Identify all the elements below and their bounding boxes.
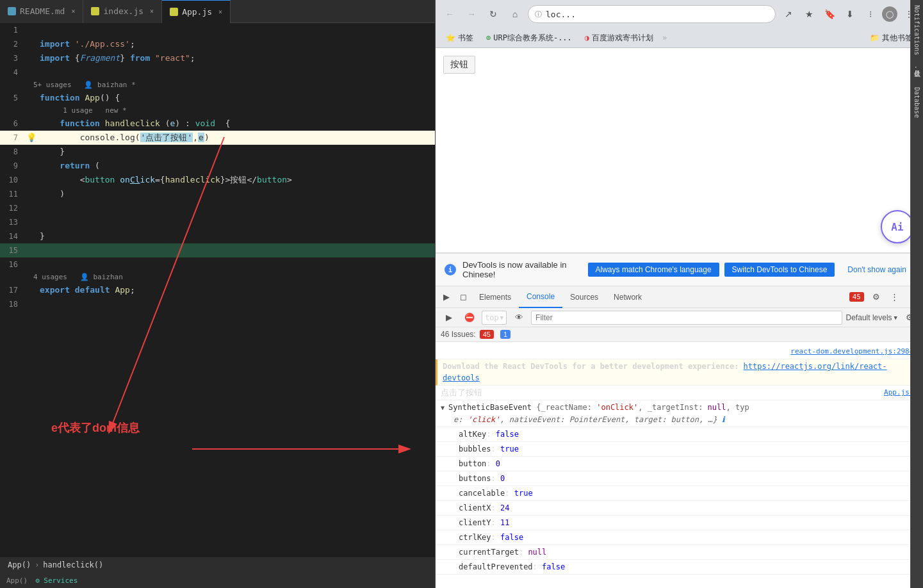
urp-icon: ⊙	[486, 33, 491, 42]
switch-chinese-button[interactable]: Switch DevTools to Chinese	[724, 263, 835, 277]
prop-clientX: clientX: 24	[436, 501, 923, 516]
code-line-13: 13	[0, 215, 435, 229]
readme-icon	[8, 7, 16, 15]
prop-ctrlKey: ctrlKey: false	[436, 530, 923, 545]
code-line-1: 1	[0, 23, 435, 37]
prop-button: button: 0	[436, 457, 923, 471]
tab-sources[interactable]: Sources	[562, 286, 606, 308]
console-entry-warn: Download the React DevTools for a better…	[436, 359, 923, 386]
code-line-16: 16	[0, 257, 435, 272]
issues-bar: 46 Issues: 45 1	[436, 327, 923, 342]
profile-button[interactable]: ◯	[882, 6, 897, 22]
bookmark-item-star[interactable]: ⭐ 书签	[441, 31, 478, 45]
download-button[interactable]: ⬇	[841, 5, 859, 23]
bookmark-item-baidu[interactable]: ◑ 百度游戏寄书计划	[580, 31, 658, 45]
status-app: App()	[8, 560, 31, 569]
grid-button[interactable]: ⁝	[862, 5, 879, 23]
code-line-15: 15	[0, 243, 435, 257]
bookmark-tab-button[interactable]: 🔖	[821, 5, 838, 23]
error-count-badge: 45	[849, 292, 864, 302]
notification-info-icon: i	[445, 264, 456, 275]
tab-indexjs-close[interactable]: ×	[150, 8, 154, 15]
devtools-more-btn[interactable]: ⋮	[886, 289, 903, 306]
browser-nav-bar: ← → ↻ ⌂ ⓘ loc... ↗ ★ 🔖 ⬇ ⁝ ◯ ⋮	[436, 0, 923, 28]
tab-indexjs[interactable]: index.js ×	[83, 0, 162, 23]
services-label[interactable]: ⚙ Services	[35, 576, 78, 585]
address-bar[interactable]: ⓘ loc...	[528, 5, 776, 23]
prop-buttons: buttons: 0	[436, 471, 923, 486]
tab-elements[interactable]: Elements	[471, 286, 519, 308]
issues-error-badge: 45	[480, 330, 494, 339]
react-dom-source-link[interactable]: react-dom.development.js:29840	[790, 347, 918, 355]
tab-appjs[interactable]: App.js ×	[162, 0, 231, 23]
bookmark-label-baidu: 百度游戏寄书计划	[592, 33, 653, 44]
console-clear-btn[interactable]: ▶	[441, 309, 457, 326]
devtools-device-btn[interactable]: ◻	[455, 289, 471, 306]
status-separator: ›	[35, 560, 39, 569]
top-selector[interactable]: top ▼	[482, 311, 507, 325]
ai-assistant-icon[interactable]: Ai	[881, 210, 914, 243]
match-language-button[interactable]: Always match Chrome's language	[588, 263, 719, 277]
database-label[interactable]: Database	[913, 77, 920, 118]
console-eye-btn[interactable]: 👁	[511, 309, 527, 326]
browser-actions: ↗ ★ 🔖 ⬇ ⁝ ◯ ⋮	[780, 5, 918, 23]
meta-info-handleclick: 1 usage new *	[0, 105, 435, 117]
tab-appjs-close[interactable]: ×	[218, 8, 222, 15]
tab-network[interactable]: Network	[606, 286, 649, 308]
bookmark-star-button[interactable]: ★	[800, 5, 818, 23]
page-button[interactable]: 按钮	[443, 56, 475, 74]
address-text: loc...	[546, 10, 576, 19]
home-button[interactable]: ⌂	[506, 5, 524, 23]
editor-tabs: README.md × index.js × App.js ×	[0, 0, 435, 23]
issues-label: 46 Issues:	[441, 330, 476, 339]
tab-appjs-label: App.js	[182, 7, 212, 17]
code-editor[interactable]: 1 2 import './App.css'; 3 import {Fragme…	[0, 23, 435, 557]
bookmark-label-main: 书签	[458, 33, 473, 44]
devtools-inspect-btn[interactable]: ▶	[438, 289, 455, 306]
editor-panel-bottom: App() ⚙ Services	[0, 573, 435, 588]
tab-readme-close[interactable]: ×	[71, 8, 75, 15]
code-line-3: 3 import {Fragment} from "react";	[0, 51, 435, 65]
top-label: top	[485, 313, 499, 322]
editor-panel: README.md × index.js × App.js × 1	[0, 0, 436, 588]
object-label: SyntheticBaseEvent {_reactName: 'onClick…	[448, 402, 749, 413]
tab-readme-label: README.md	[20, 6, 65, 16]
console-entry-source: react-dom.development.js:29840	[436, 345, 923, 359]
devtools-settings-btn[interactable]: ⚙	[868, 289, 885, 306]
bookmark-folder-label: 其他书签	[882, 33, 913, 44]
star-icon: ⭐	[446, 33, 455, 42]
notifications-label[interactable]: Notifications	[913, 0, 920, 55]
meta-info-app: 5+ usages 👤 baizhan *	[0, 79, 435, 91]
baidu-icon: ◑	[585, 33, 589, 42]
console-entry-object: SyntheticBaseEvent {_reactName: 'onClick…	[436, 400, 923, 427]
prop-currentTarget: currentTarget: null	[436, 545, 923, 560]
sidebar-item-label-2[interactable]: 什么是...	[913, 55, 922, 77]
reload-button[interactable]: ↻	[484, 5, 502, 23]
extensions-button[interactable]: ↗	[780, 5, 797, 23]
prop-altKey: altKey: false	[436, 427, 923, 442]
object-info-icon[interactable]: ℹ	[722, 415, 725, 424]
console-block-btn[interactable]: ⛔	[461, 309, 478, 326]
object-expand-icon[interactable]	[441, 402, 448, 414]
annotation-text: e代表了dom信息	[51, 420, 140, 436]
forward-button[interactable]: →	[462, 5, 480, 23]
indexjs-icon	[91, 7, 99, 15]
default-levels-container: Default levels ▼	[846, 313, 897, 322]
back-button[interactable]: ←	[441, 5, 459, 23]
devtools-tabs-bar: ▶ ◻ Elements Console Sources Network 45 …	[436, 286, 923, 308]
code-line-2: 2 import './App.css';	[0, 37, 435, 51]
tab-readme[interactable]: README.md ×	[0, 0, 83, 23]
console-output[interactable]: react-dom.development.js:29840 Download …	[436, 342, 923, 588]
code-line-18: 18	[0, 297, 435, 311]
bookmark-item-urp[interactable]: ⊙ URP综合教务系统-...	[481, 31, 577, 45]
tab-indexjs-label: index.js	[103, 6, 143, 16]
code-line-7: 7 💡 console.log('点击了按钮',e)	[0, 131, 435, 145]
prop-defaultPrevented: defaultPrevented: false	[436, 560, 923, 575]
notification-buttons: Always match Chrome's language Switch De…	[588, 263, 914, 277]
bookmarks-more[interactable]: »	[662, 33, 667, 42]
console-filter-input[interactable]	[531, 311, 842, 325]
prop-cancelable: cancelable: true	[436, 486, 923, 501]
app-label[interactable]: App()	[6, 576, 28, 585]
tab-console[interactable]: Console	[519, 286, 562, 308]
dont-show-again-button[interactable]: Don't show again	[840, 263, 914, 277]
